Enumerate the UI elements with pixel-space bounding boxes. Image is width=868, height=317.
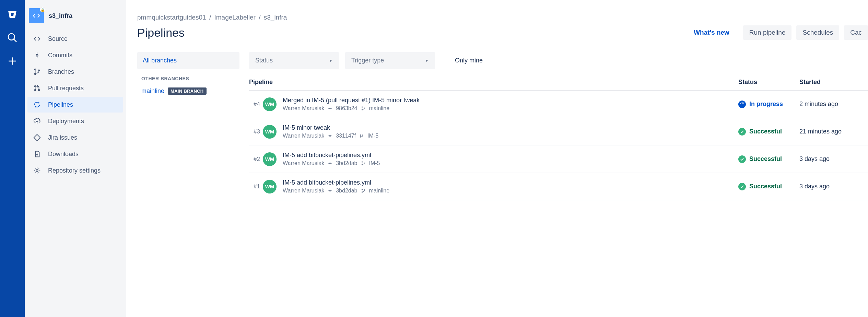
sidebar-item-downloads[interactable]: Downloads [27,146,123,162]
avatar: WM [263,180,277,193]
status-cell: Successful [738,155,799,163]
pipeline-title: IM-5 add bitbucket-pipelines.yml [283,152,738,159]
pull-requests-icon [33,84,41,92]
chevron-down-icon: ▼ [425,58,429,63]
bitbucket-logo-icon[interactable] [5,8,19,21]
commit-icon [328,188,332,193]
trigger-type-filter-select[interactable]: Trigger type ▼ [345,52,435,69]
svg-point-26 [329,163,331,164]
success-icon [738,155,746,163]
col-header-pipeline: Pipeline [249,79,738,86]
commits-icon [33,51,41,59]
main-content: pmmquickstartguides01 / ImageLabeller / … [126,0,868,317]
page-title: Pipelines [137,26,185,39]
sidebar-item-label: Jira issues [48,134,77,141]
repo-header[interactable]: 🔒 s3_infra [29,8,123,30]
pipeline-meta: Warren Marusiak331147fIM-5 [283,133,738,139]
commit-icon [328,106,332,111]
sidebar-item-pull-requests[interactable]: Pull requests [27,80,123,96]
source-icon [33,35,41,43]
svg-point-35 [362,189,362,190]
pipeline-number: #2 [249,156,263,163]
svg-point-29 [362,162,362,162]
avatar: WM [263,125,277,139]
breadcrumb-org[interactable]: pmmquickstartguides01 [137,14,206,21]
pipeline-title: IM-5 minor tweak [283,124,738,131]
success-icon [738,128,746,136]
status-filter-select[interactable]: Status ▼ [249,52,339,69]
pipeline-meta: Warren Marusiak3bd2dabmainline [283,188,738,194]
pipeline-number: #3 [249,128,263,135]
svg-point-0 [8,34,15,40]
pipeline-title: IM-5 add bitbucket-pipelines.yml [283,179,738,186]
pipeline-info: IM-5 add bitbucket-pipelines.ymlWarren M… [283,152,738,166]
pipeline-info: IM-5 add bitbucket-pipelines.ymlWarren M… [283,179,738,194]
success-icon [738,183,746,190]
status-label: Successful [749,128,782,135]
in-progress-icon [738,101,746,108]
commit-hash: 3bd2dab [336,188,357,194]
svg-point-4 [36,54,38,56]
jira-icon [33,134,41,141]
sidebar-item-source[interactable]: Source [27,31,123,47]
author: Warren Marusiak [283,188,324,194]
schedules-button[interactable]: Schedules [796,25,839,40]
all-branches-tab[interactable]: All branches [137,52,239,69]
downloads-icon [33,150,41,158]
pipeline-number: #1 [249,183,263,190]
branch-name: mainline [369,105,390,111]
branch-section-label: OTHER BRANCHES [137,69,239,85]
breadcrumb-repo[interactable]: s3_infra [264,14,287,21]
table-row[interactable]: #1WMIM-5 add bitbucket-pipelines.ymlWarr… [249,173,868,200]
sidebar-item-branches[interactable]: Branches [27,64,123,80]
avatar: WM [263,97,277,111]
sidebar-item-label: Branches [48,68,74,75]
branch-name: mainline [369,188,390,194]
started-cell: 21 minutes ago [799,128,868,135]
caches-button[interactable]: Cac [844,25,868,40]
svg-point-8 [35,73,36,75]
run-pipeline-button[interactable]: Run pipeline [743,25,792,40]
svg-point-37 [364,190,365,190]
only-mine-toggle-label[interactable]: Only mine [455,57,483,64]
sidebar-item-label: Downloads [48,151,79,158]
sidebar-item-commits[interactable]: Commits [27,47,123,63]
commit-icon [328,133,332,138]
svg-point-31 [364,162,365,163]
pipeline-info: Merged in IM-5 (pull request #1) IM-5 mi… [283,97,738,111]
svg-point-13 [36,169,38,172]
branch-name: IM-5 [369,160,380,166]
whats-new-link[interactable]: What's new [694,29,729,36]
breadcrumb-project[interactable]: ImageLabeller [214,14,256,21]
repo-sidebar: 🔒 s3_infra Source Commits Branches Pull … [25,0,126,317]
svg-point-20 [329,135,331,137]
sidebar-item-deployments[interactable]: Deployments [27,113,123,129]
sidebar-item-settings[interactable]: Repository settings [27,163,123,178]
status-label: In progress [749,101,783,108]
pipeline-number: #4 [249,101,263,108]
svg-point-12 [38,90,40,91]
pipeline-title: Merged in IM-5 (pull request #1) IM-5 mi… [283,97,738,104]
svg-point-30 [362,164,362,165]
sidebar-item-jira-issues[interactable]: Jira issues [27,130,123,145]
global-nav-rail [0,0,25,317]
branch-icon [361,188,366,193]
sidebar-item-label: Source [48,35,68,43]
commit-hash: 331147f [336,133,356,139]
svg-point-25 [362,135,363,136]
branch-icon [359,133,364,138]
commit-icon [328,161,332,166]
table-row[interactable]: #4WMMerged in IM-5 (pull request #1) IM-… [249,91,868,118]
create-icon[interactable] [5,54,19,68]
author: Warren Marusiak [283,133,324,139]
sidebar-item-pipelines[interactable]: Pipelines [27,97,123,113]
avatar: WM [263,152,277,166]
svg-point-24 [360,137,361,138]
lock-icon: 🔒 [40,7,45,12]
svg-point-23 [360,134,361,135]
table-row[interactable]: #2WMIM-5 add bitbucket-pipelines.ymlWarr… [249,145,868,173]
table-row[interactable]: #3WMIM-5 minor tweakWarren Marusiak33114… [249,118,868,145]
branch-row-mainline[interactable]: mainline MAIN BRANCH [137,85,239,97]
status-label: Successful [749,183,782,190]
search-icon[interactable] [5,31,19,45]
